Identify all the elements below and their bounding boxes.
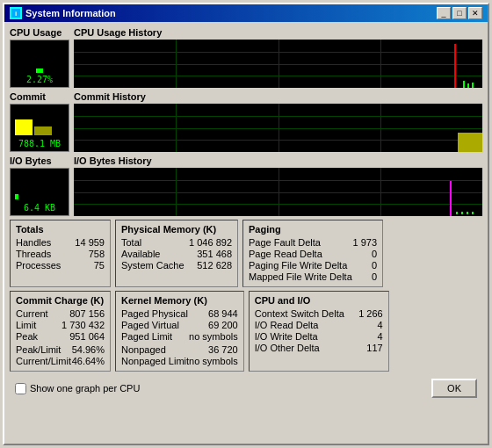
io-bytes-label: I/O Bytes — [10, 155, 69, 166]
context-switch-value: 1 266 — [358, 308, 383, 319]
paged-virtual-value: 69 200 — [208, 320, 238, 330]
cache-value: 512 628 — [197, 260, 232, 271]
commit-label: Commit — [10, 91, 69, 102]
kernel-memory-title: Kernel Memory (K) — [121, 295, 238, 306]
total-value: 1 046 892 — [189, 237, 232, 248]
cpu-usage-value: 2.27% — [26, 75, 53, 84]
show-one-graph-checkbox[interactable] — [15, 383, 26, 394]
paged-virtual-label: Paged Virtual — [121, 320, 179, 330]
paging-panel: Paging Page Fault Delta 1 973 Page Read … — [242, 220, 383, 287]
nonpaged-limit-value: no symbols — [189, 356, 238, 366]
close-button[interactable]: ✕ — [468, 7, 482, 19]
cc-peak-limit-label: Peak/Limit — [16, 344, 61, 355]
page-fault-value: 1 973 — [352, 237, 377, 248]
physical-memory-title: Physical Memory (K) — [121, 224, 232, 235]
nonpaged-limit-label: Nonpaged Limit — [121, 356, 189, 366]
nonpaged-label: Nonpaged — [121, 344, 166, 355]
io-write-label: I/O Write Delta — [255, 331, 318, 342]
io-read-value: 4 — [378, 320, 383, 330]
cpu-io-title: CPU and I/O — [255, 295, 383, 306]
ok-button[interactable]: OK — [431, 379, 477, 398]
commit-history-label: Commit History — [74, 91, 482, 102]
title-buttons: _ □ ✕ — [437, 7, 482, 19]
physical-memory-panel: Physical Memory (K) Total 1 046 892 Avai… — [115, 220, 238, 287]
paged-limit-value: no symbols — [189, 331, 238, 342]
paging-write-label: Paging File Write Delta — [249, 260, 347, 271]
cc-peak-limit-value: 54.96% — [72, 344, 105, 355]
window-title: System Information — [25, 8, 116, 18]
commit-charge-panel: Commit Charge (K) Current 807 156 Limit … — [10, 291, 111, 372]
io-other-value: 117 — [366, 343, 382, 353]
cc-current-value: 807 156 — [69, 308, 105, 319]
context-switch-label: Context Switch Delta — [255, 308, 344, 319]
cc-current-limit-label: Current/Limit — [16, 356, 71, 366]
paged-limit-label: Paged Limit — [121, 331, 172, 342]
io-other-label: I/O Other Delta — [255, 343, 320, 353]
paging-title: Paging — [249, 224, 377, 235]
cc-current-limit-value: 46.64% — [72, 356, 105, 366]
page-read-label: Page Read Delta — [249, 249, 322, 259]
cc-peak-label: Peak — [16, 331, 38, 342]
cpu-io-panel: CPU and I/O Context Switch Delta 1 266 I… — [249, 291, 389, 372]
io-write-value: 4 — [378, 331, 383, 342]
cc-current-label: Current — [16, 308, 48, 319]
commit-charge-title: Commit Charge (K) — [16, 295, 105, 306]
mapped-value: 0 — [372, 271, 377, 282]
commit-history-graph — [74, 104, 482, 152]
cpu-history-label: CPU Usage History — [74, 27, 482, 38]
commit-gauge: 788.1 MB — [10, 104, 69, 152]
kernel-memory-panel: Kernel Memory (K) Paged Physical 68 944 … — [115, 291, 244, 372]
threads-value: 758 — [89, 249, 105, 259]
cpu-usage-gauge: 2.27% — [10, 40, 69, 88]
io-bytes-value: 6.4 KB — [24, 203, 55, 213]
threads-label: Threads — [16, 249, 51, 259]
page-fault-label: Page Fault Delta — [249, 237, 321, 248]
io-history-graph — [74, 168, 482, 216]
handles-value: 14 959 — [75, 237, 105, 248]
svg-text:i: i — [15, 10, 17, 18]
cache-label: System Cache — [121, 260, 184, 271]
available-value: 351 468 — [197, 249, 232, 259]
window-icon: i — [10, 7, 22, 19]
io-bytes-gauge: 6.4 KB — [10, 168, 69, 216]
page-read-value: 0 — [372, 249, 377, 259]
paged-physical-label: Paged Physical — [121, 308, 188, 319]
totals-panel: Totals Handles 14 959 Threads 758 Proces… — [10, 220, 111, 287]
cc-peak-value: 951 064 — [69, 331, 105, 342]
handles-label: Handles — [16, 237, 51, 248]
total-label: Total — [121, 237, 141, 248]
nonpaged-value: 36 720 — [208, 344, 238, 355]
maximize-button[interactable]: □ — [452, 7, 467, 19]
show-one-graph-label[interactable]: Show one graph per CPU — [30, 383, 140, 394]
minimize-button[interactable]: _ — [437, 7, 451, 19]
processes-value: 75 — [94, 260, 105, 271]
paged-physical-value: 68 944 — [208, 308, 238, 319]
bottom-bar: Show one graph per CPU OK — [10, 375, 482, 401]
processes-label: Processes — [16, 260, 61, 271]
cpu-usage-label: CPU Usage — [10, 27, 69, 38]
io-read-label: I/O Read Delta — [255, 320, 319, 330]
available-label: Available — [121, 249, 160, 259]
title-bar: i System Information _ □ ✕ — [4, 4, 488, 22]
cpu-history-graph — [74, 40, 482, 88]
cc-limit-value: 1 730 432 — [62, 320, 105, 330]
cc-limit-label: Limit — [16, 320, 36, 330]
mapped-label: Mapped File Write Delta — [249, 271, 352, 282]
paging-write-value: 0 — [372, 260, 377, 271]
commit-value: 788.1 MB — [18, 139, 61, 148]
totals-title: Totals — [16, 224, 105, 235]
io-history-label: I/O Bytes History — [74, 155, 482, 166]
